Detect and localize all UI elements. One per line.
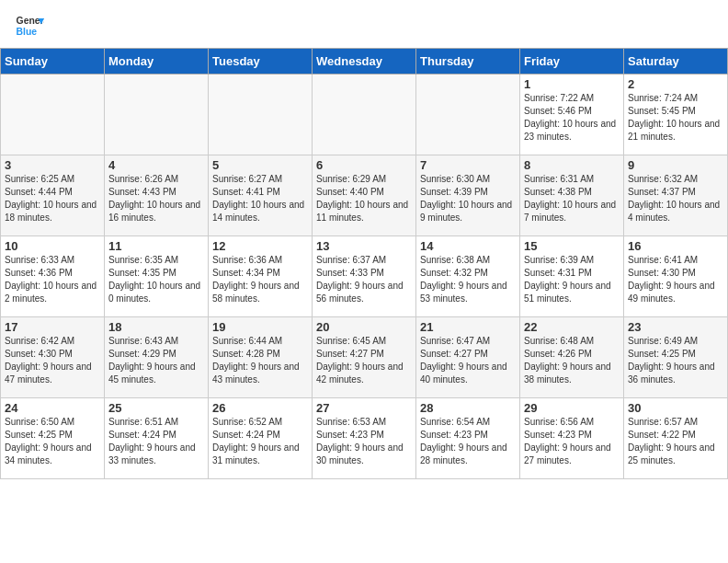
svg-text:Blue: Blue	[17, 27, 38, 37]
day-number: 16	[628, 239, 723, 253]
weekday-header-monday: Monday	[105, 49, 209, 75]
day-number: 26	[212, 401, 308, 415]
day-number: 29	[524, 401, 620, 415]
day-number: 9	[628, 158, 723, 172]
logo-icon: General Blue	[15, 11, 44, 40]
week-row-1: 1Sunrise: 7:22 AM Sunset: 5:46 PM Daylig…	[1, 75, 728, 155]
day-info: Sunrise: 6:57 AM Sunset: 4:22 PM Dayligh…	[628, 416, 723, 467]
day-cell: 9Sunrise: 6:32 AM Sunset: 4:37 PM Daylig…	[624, 155, 728, 236]
day-number: 13	[316, 239, 412, 253]
day-info: Sunrise: 6:42 AM Sunset: 4:30 PM Dayligh…	[5, 335, 100, 386]
day-number: 11	[108, 239, 204, 253]
day-info: Sunrise: 6:50 AM Sunset: 4:25 PM Dayligh…	[5, 416, 100, 467]
day-cell: 3Sunrise: 6:25 AM Sunset: 4:44 PM Daylig…	[1, 155, 105, 236]
day-info: Sunrise: 6:35 AM Sunset: 4:35 PM Dayligh…	[108, 254, 204, 305]
day-number: 1	[524, 77, 620, 91]
day-number: 23	[628, 320, 723, 334]
day-cell: 4Sunrise: 6:26 AM Sunset: 4:43 PM Daylig…	[105, 155, 209, 236]
day-number: 27	[316, 401, 412, 415]
day-cell: 7Sunrise: 6:30 AM Sunset: 4:39 PM Daylig…	[416, 155, 520, 236]
weekday-header-saturday: Saturday	[624, 49, 728, 75]
day-info: Sunrise: 6:54 AM Sunset: 4:23 PM Dayligh…	[420, 416, 516, 467]
day-cell: 10Sunrise: 6:33 AM Sunset: 4:36 PM Dayli…	[1, 236, 105, 317]
logo: General Blue	[15, 11, 44, 40]
day-cell: 18Sunrise: 6:43 AM Sunset: 4:29 PM Dayli…	[105, 317, 209, 398]
week-row-3: 10Sunrise: 6:33 AM Sunset: 4:36 PM Dayli…	[1, 236, 728, 317]
day-info: Sunrise: 7:24 AM Sunset: 5:45 PM Dayligh…	[628, 92, 723, 144]
day-info: Sunrise: 6:30 AM Sunset: 4:39 PM Dayligh…	[420, 173, 516, 224]
day-cell: 6Sunrise: 6:29 AM Sunset: 4:40 PM Daylig…	[313, 155, 416, 236]
day-number: 28	[420, 401, 516, 415]
day-number: 20	[316, 320, 412, 334]
day-number: 5	[212, 158, 308, 172]
day-info: Sunrise: 6:29 AM Sunset: 4:40 PM Dayligh…	[316, 173, 412, 224]
day-info: Sunrise: 7:22 AM Sunset: 5:46 PM Dayligh…	[524, 92, 620, 144]
day-cell: 19Sunrise: 6:44 AM Sunset: 4:28 PM Dayli…	[209, 317, 313, 398]
day-cell: 15Sunrise: 6:39 AM Sunset: 4:31 PM Dayli…	[520, 236, 624, 317]
day-number: 21	[420, 320, 516, 334]
weekday-header-sunday: Sunday	[1, 49, 105, 75]
day-number: 2	[628, 77, 723, 91]
day-number: 18	[108, 320, 204, 334]
day-cell: 24Sunrise: 6:50 AM Sunset: 4:25 PM Dayli…	[1, 398, 105, 479]
day-cell: 8Sunrise: 6:31 AM Sunset: 4:38 PM Daylig…	[520, 155, 624, 236]
day-cell: 22Sunrise: 6:48 AM Sunset: 4:26 PM Dayli…	[520, 317, 624, 398]
day-cell: 17Sunrise: 6:42 AM Sunset: 4:30 PM Dayli…	[1, 317, 105, 398]
day-number: 14	[420, 239, 516, 253]
weekday-header-friday: Friday	[520, 49, 624, 75]
day-info: Sunrise: 6:36 AM Sunset: 4:34 PM Dayligh…	[212, 254, 308, 305]
day-info: Sunrise: 6:25 AM Sunset: 4:44 PM Dayligh…	[5, 173, 100, 224]
week-row-2: 3Sunrise: 6:25 AM Sunset: 4:44 PM Daylig…	[1, 155, 728, 236]
calendar-table: SundayMondayTuesdayWednesdayThursdayFrid…	[0, 48, 728, 479]
day-cell	[105, 75, 209, 155]
day-number: 12	[212, 239, 308, 253]
day-number: 19	[212, 320, 308, 334]
week-row-4: 17Sunrise: 6:42 AM Sunset: 4:30 PM Dayli…	[1, 317, 728, 398]
day-cell: 23Sunrise: 6:49 AM Sunset: 4:25 PM Dayli…	[624, 317, 728, 398]
day-cell: 11Sunrise: 6:35 AM Sunset: 4:35 PM Dayli…	[105, 236, 209, 317]
day-cell	[313, 75, 416, 155]
day-cell: 25Sunrise: 6:51 AM Sunset: 4:24 PM Dayli…	[105, 398, 209, 479]
day-number: 24	[5, 401, 100, 415]
day-info: Sunrise: 6:33 AM Sunset: 4:36 PM Dayligh…	[5, 254, 100, 305]
day-number: 8	[524, 158, 620, 172]
day-cell: 14Sunrise: 6:38 AM Sunset: 4:32 PM Dayli…	[416, 236, 520, 317]
day-info: Sunrise: 6:51 AM Sunset: 4:24 PM Dayligh…	[108, 416, 204, 467]
day-info: Sunrise: 6:37 AM Sunset: 4:33 PM Dayligh…	[316, 254, 412, 305]
day-cell: 26Sunrise: 6:52 AM Sunset: 4:24 PM Dayli…	[209, 398, 313, 479]
day-number: 3	[5, 158, 100, 172]
day-number: 22	[524, 320, 620, 334]
day-number: 25	[108, 401, 204, 415]
weekday-header-thursday: Thursday	[416, 49, 520, 75]
day-cell	[1, 75, 105, 155]
day-cell: 1Sunrise: 7:22 AM Sunset: 5:46 PM Daylig…	[520, 75, 624, 155]
day-number: 6	[316, 158, 412, 172]
day-cell	[209, 75, 313, 155]
day-cell: 30Sunrise: 6:57 AM Sunset: 4:22 PM Dayli…	[624, 398, 728, 479]
page-header: General Blue	[0, 0, 728, 44]
day-cell: 20Sunrise: 6:45 AM Sunset: 4:27 PM Dayli…	[313, 317, 416, 398]
weekday-header-wednesday: Wednesday	[313, 49, 416, 75]
day-cell: 29Sunrise: 6:56 AM Sunset: 4:23 PM Dayli…	[520, 398, 624, 479]
day-info: Sunrise: 6:38 AM Sunset: 4:32 PM Dayligh…	[420, 254, 516, 305]
day-info: Sunrise: 6:43 AM Sunset: 4:29 PM Dayligh…	[108, 335, 204, 386]
day-info: Sunrise: 6:47 AM Sunset: 4:27 PM Dayligh…	[420, 335, 516, 386]
day-cell: 28Sunrise: 6:54 AM Sunset: 4:23 PM Dayli…	[416, 398, 520, 479]
day-number: 30	[628, 401, 723, 415]
day-info: Sunrise: 6:53 AM Sunset: 4:23 PM Dayligh…	[316, 416, 412, 467]
day-info: Sunrise: 6:56 AM Sunset: 4:23 PM Dayligh…	[524, 416, 620, 467]
week-row-5: 24Sunrise: 6:50 AM Sunset: 4:25 PM Dayli…	[1, 398, 728, 479]
day-cell: 2Sunrise: 7:24 AM Sunset: 5:45 PM Daylig…	[624, 75, 728, 155]
day-info: Sunrise: 6:49 AM Sunset: 4:25 PM Dayligh…	[628, 335, 723, 386]
day-cell	[416, 75, 520, 155]
day-number: 15	[524, 239, 620, 253]
day-info: Sunrise: 6:52 AM Sunset: 4:24 PM Dayligh…	[212, 416, 308, 467]
day-number: 10	[5, 239, 100, 253]
day-cell: 12Sunrise: 6:36 AM Sunset: 4:34 PM Dayli…	[209, 236, 313, 317]
day-cell: 5Sunrise: 6:27 AM Sunset: 4:41 PM Daylig…	[209, 155, 313, 236]
day-cell: 16Sunrise: 6:41 AM Sunset: 4:30 PM Dayli…	[624, 236, 728, 317]
day-info: Sunrise: 6:39 AM Sunset: 4:31 PM Dayligh…	[524, 254, 620, 305]
day-info: Sunrise: 6:45 AM Sunset: 4:27 PM Dayligh…	[316, 335, 412, 386]
day-cell: 27Sunrise: 6:53 AM Sunset: 4:23 PM Dayli…	[313, 398, 416, 479]
weekday-header-row: SundayMondayTuesdayWednesdayThursdayFrid…	[1, 49, 728, 75]
